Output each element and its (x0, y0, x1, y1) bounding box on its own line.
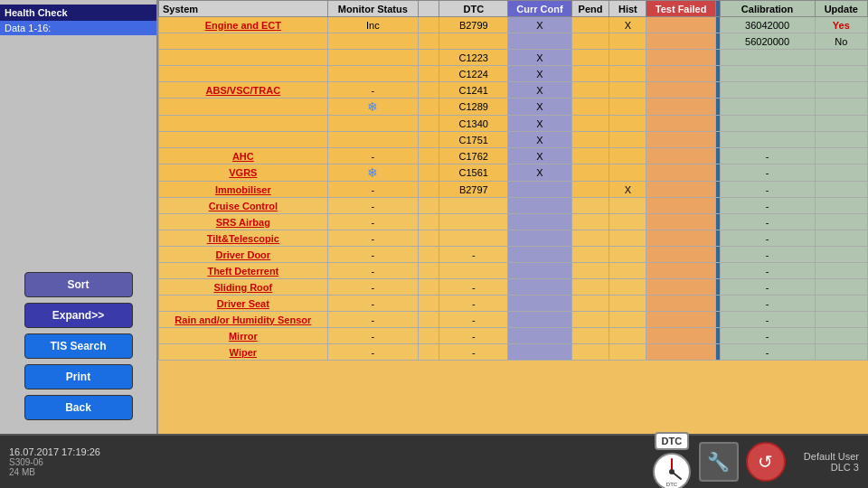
cell-dtc: B2797 (439, 182, 508, 198)
print-button[interactable]: Print (24, 364, 133, 389)
cell-pend (571, 132, 609, 148)
cell-hist (609, 230, 646, 247)
table-row: Engine and ECTIncB2799XX36042000Yes (159, 17, 868, 33)
refresh-icon[interactable]: ↺ (746, 442, 786, 482)
cell-system[interactable]: SRS Airbag (159, 214, 328, 230)
cell-calibration (720, 82, 815, 99)
system-link[interactable]: Rain and/or Humidity Sensor (175, 314, 311, 325)
cell-hist (609, 344, 646, 361)
cell-system[interactable]: Wiper (159, 344, 328, 361)
cell-update (815, 132, 867, 148)
cell-hist (609, 279, 646, 296)
cell-system[interactable]: Tilt&Telescopic (159, 230, 328, 247)
cell-system (159, 66, 328, 82)
cell-update (815, 312, 867, 328)
system-link[interactable]: Engine and ECT (205, 20, 281, 31)
cell-test-failed (646, 66, 716, 82)
back-button[interactable]: Back (24, 395, 133, 420)
table-row: C1340X (159, 116, 868, 132)
cell-system[interactable]: Sliding Roof (159, 279, 328, 296)
cell-calibration: - (720, 344, 815, 361)
table-row: Wiper--- (159, 344, 868, 361)
cell-curr-conf: X (508, 82, 571, 99)
system-link[interactable]: Driver Door (216, 249, 271, 260)
wrench-icon: 🔧 (699, 442, 739, 482)
cell-test-failed (646, 182, 716, 198)
system-link[interactable]: Cruise Control (209, 201, 278, 211)
cell-dtc: B2799 (439, 17, 508, 33)
cell-system (159, 116, 328, 132)
system-link[interactable]: Immobiliser (215, 184, 271, 195)
cell-hist (609, 116, 646, 132)
system-link[interactable]: Wiper (230, 347, 257, 358)
system-link[interactable]: Mirror (229, 331, 258, 342)
cell-curr-conf (508, 263, 571, 279)
cell-update: Yes (815, 17, 867, 33)
cell-system[interactable]: Mirror (159, 328, 328, 344)
cell-curr-conf (508, 230, 571, 247)
cell-test-failed (646, 116, 716, 132)
cell-hist (609, 50, 646, 66)
table-row: AHC-C1762X- (159, 148, 868, 164)
cell-system[interactable]: Driver Seat (159, 296, 328, 312)
cell-pend (571, 247, 609, 263)
cell-curr-conf (508, 247, 571, 263)
table-row: C1223X (159, 50, 868, 66)
cell-dtc: - (439, 296, 508, 312)
cell-pend (571, 296, 609, 312)
cell-curr-conf: X (508, 50, 571, 66)
sidebar: Health Check Data 1-16: Sort Expand>> TI… (0, 0, 158, 434)
cell-hist (609, 263, 646, 279)
cell-pend (571, 214, 609, 230)
table-row: Mirror--- (159, 328, 868, 344)
cell-update: No (815, 33, 867, 50)
cell-system[interactable]: Engine and ECT (159, 17, 328, 33)
cell-hist (609, 296, 646, 312)
cell-system (159, 99, 328, 116)
cell-pend (571, 198, 609, 214)
cell-system[interactable]: ABS/VSC/TRAC (159, 82, 328, 99)
cell-pend (571, 50, 609, 66)
table-row: Theft Deterrent-- (159, 263, 868, 279)
system-link[interactable]: Tilt&Telescopic (207, 233, 279, 244)
cell-test-failed (646, 198, 716, 214)
cell-pend (571, 328, 609, 344)
table-row: Rain and/or Humidity Sensor--- (159, 312, 868, 328)
cell-system[interactable]: Cruise Control (159, 198, 328, 214)
sort-button[interactable]: Sort (24, 272, 133, 297)
cell-monitor-status (327, 132, 418, 148)
cell-curr-conf (508, 279, 571, 296)
cell-calibration: 56020000 (720, 33, 815, 50)
cell-system[interactable]: VGRS (159, 164, 328, 182)
cell-calibration: - (720, 247, 815, 263)
cell-dtc: - (439, 344, 508, 361)
expand-button[interactable]: Expand>> (24, 303, 133, 328)
cell-update (815, 164, 867, 182)
cell-system[interactable]: AHC (159, 148, 328, 164)
cell-monitor-status: - (327, 263, 418, 279)
tis-search-button[interactable]: TIS Search (24, 333, 133, 359)
cell-test-failed (646, 164, 716, 182)
cell-system[interactable]: Immobiliser (159, 182, 328, 198)
system-link[interactable]: Theft Deterrent (207, 266, 278, 277)
cell-hist (609, 148, 646, 164)
cell-system[interactable]: Theft Deterrent (159, 263, 328, 279)
system-link[interactable]: AHC (232, 151, 254, 162)
col-monitor-status: Monitor Status (327, 1, 418, 17)
system-link[interactable]: VGRS (229, 167, 257, 178)
cell-hist (609, 66, 646, 82)
cell-curr-conf: X (508, 17, 571, 33)
cell-calibration: - (720, 148, 815, 164)
cell-calibration: - (720, 279, 815, 296)
cell-test-failed (646, 247, 716, 263)
cell-dtc: C1223 (439, 50, 508, 66)
cell-update (815, 279, 867, 296)
cell-curr-conf (508, 198, 571, 214)
cell-system[interactable]: Driver Door (159, 247, 328, 263)
system-link[interactable]: ABS/VSC/TRAC (206, 85, 281, 96)
system-link[interactable]: Driver Seat (217, 298, 269, 309)
col-spacer (419, 1, 439, 17)
system-link[interactable]: Sliding Roof (213, 282, 272, 293)
system-link[interactable]: SRS Airbag (216, 217, 270, 228)
cell-system[interactable]: Rain and/or Humidity Sensor (159, 312, 328, 328)
